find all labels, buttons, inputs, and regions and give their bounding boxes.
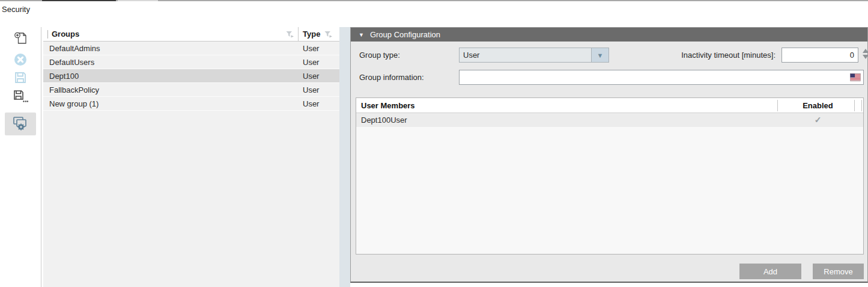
group-type: User bbox=[303, 72, 319, 81]
save-as-button[interactable] bbox=[8, 88, 32, 106]
group-name: DefaultUsers bbox=[49, 58, 94, 67]
table-row[interactable]: Dept100 User bbox=[43, 69, 339, 83]
inactivity-timeout-label: Inactivity timeout [minutes]: bbox=[621, 51, 775, 60]
column-divider bbox=[298, 27, 299, 42]
group-information-field bbox=[459, 70, 864, 85]
delete-icon bbox=[14, 53, 27, 68]
user-members-column-header: User Members bbox=[361, 101, 415, 110]
save-as-icon bbox=[13, 90, 28, 106]
member-rows: Dept100User ✓ bbox=[356, 113, 863, 127]
table-row[interactable]: New group (1) User bbox=[43, 97, 339, 111]
groups-table: Groups Type DefaultAdmins User DefaultUs… bbox=[43, 27, 339, 287]
new-group-button[interactable] bbox=[8, 30, 32, 48]
group-type: User bbox=[303, 85, 319, 94]
user-group-settings-button[interactable] bbox=[5, 113, 36, 135]
groups-table-header: Groups Type bbox=[43, 27, 339, 42]
top-divider-active-segment bbox=[42, 0, 116, 1]
toolbar-sidebar bbox=[0, 27, 41, 287]
add-button[interactable]: Add bbox=[739, 264, 801, 279]
filter-funnel-icon[interactable] bbox=[324, 31, 333, 40]
collapse-triangle-icon[interactable]: ▼ bbox=[359, 32, 364, 38]
save-icon bbox=[14, 71, 27, 86]
groups-column-header: Groups bbox=[52, 29, 79, 39]
group-type: User bbox=[303, 99, 319, 108]
panel-splitter[interactable] bbox=[339, 27, 350, 287]
spinner-up-icon[interactable] bbox=[863, 49, 868, 53]
group-name: New group (1) bbox=[49, 99, 99, 108]
save-button[interactable] bbox=[8, 69, 32, 87]
table-row[interactable]: DefaultUsers User bbox=[43, 55, 339, 69]
inactivity-timeout-input[interactable] bbox=[782, 48, 858, 63]
group-type-dropdown[interactable]: User ▼ bbox=[459, 48, 609, 63]
group-configuration-header[interactable]: ▼ Group Configuration bbox=[351, 28, 867, 42]
table-row[interactable]: FallbackPolicy User bbox=[43, 83, 339, 97]
panel-title: Group Configuration bbox=[370, 30, 440, 39]
group-type: User bbox=[303, 58, 319, 67]
group-type-label: Group type: bbox=[359, 51, 400, 60]
remove-button[interactable]: Remove bbox=[813, 264, 864, 279]
group-type-value: User bbox=[460, 51, 591, 60]
column-divider bbox=[861, 100, 862, 111]
table-row[interactable]: Dept100User ✓ bbox=[356, 113, 863, 127]
group-name: FallbackPolicy bbox=[49, 85, 99, 94]
group-name: DefaultAdmins bbox=[49, 44, 100, 53]
groups-rows: DefaultAdmins User DefaultUsers User Dep… bbox=[43, 42, 339, 111]
group-information-input[interactable] bbox=[459, 70, 864, 85]
top-divider-light-segment bbox=[118, 0, 158, 1]
spinner-down-icon[interactable] bbox=[863, 55, 868, 59]
column-divider bbox=[777, 100, 778, 111]
enabled-checkbox[interactable]: ✓ bbox=[782, 115, 854, 125]
new-item-icon bbox=[14, 31, 28, 47]
page-title: Security bbox=[2, 5, 30, 14]
group-name: Dept100 bbox=[49, 72, 79, 81]
group-configuration-panel: ▼ Group Configuration Group type: User ▼… bbox=[350, 27, 868, 283]
user-members-header: User Members Enabled bbox=[356, 98, 863, 113]
column-divider bbox=[854, 100, 855, 111]
user-members-table: User Members Enabled Dept100User ✓ bbox=[356, 97, 864, 255]
enabled-column-header: Enabled bbox=[782, 101, 854, 110]
dropdown-arrow-button[interactable]: ▼ bbox=[591, 48, 609, 62]
group-information-label: Group information: bbox=[359, 73, 424, 82]
filter-funnel-icon[interactable] bbox=[286, 31, 294, 40]
type-column-header: Type bbox=[303, 29, 320, 39]
user-group-settings-icon bbox=[12, 116, 29, 133]
table-row[interactable]: DefaultAdmins User bbox=[43, 42, 339, 55]
column-resize-handle[interactable] bbox=[47, 30, 48, 39]
chevron-down-icon: ▼ bbox=[597, 52, 604, 59]
group-type: User bbox=[303, 44, 319, 53]
delete-group-button[interactable] bbox=[8, 51, 32, 69]
member-name: Dept100User bbox=[361, 116, 407, 125]
us-flag-icon bbox=[850, 73, 861, 83]
number-spinner[interactable] bbox=[862, 49, 868, 62]
